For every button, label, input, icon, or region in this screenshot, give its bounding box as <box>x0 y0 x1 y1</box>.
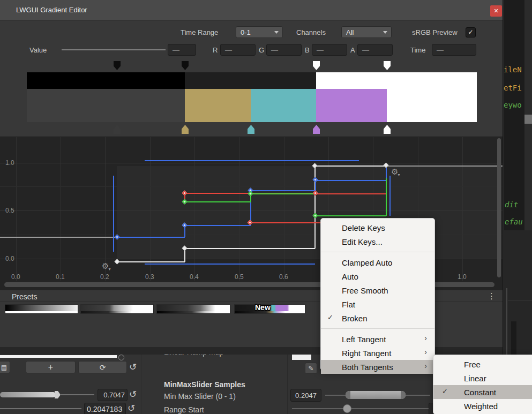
minmax-slider-label: Min Max Slider (0 - 1) <box>164 392 236 401</box>
menu-item-both-tangents[interactable]: Both Tangents› <box>321 360 434 374</box>
gear-icon[interactable]: ⚙▾ <box>391 167 400 177</box>
gradient-color-segment[interactable] <box>27 89 185 122</box>
code-text: dit <box>505 200 518 209</box>
column-divider <box>141 355 141 414</box>
menu-item-flat[interactable]: Flat <box>321 297 434 311</box>
left-slider-handle[interactable] <box>55 391 61 398</box>
x-axis-tick-label: 0.6 <box>279 273 288 281</box>
time-range-dropdown[interactable]: 0-1 <box>236 26 283 38</box>
gradient-color-segment[interactable] <box>316 89 387 122</box>
gradient-color-row[interactable] <box>0 89 503 122</box>
menu-item-edit-keys-[interactable]: Edit Keys... <box>321 235 434 249</box>
color-key-marker[interactable] <box>384 125 391 134</box>
curve-segment <box>145 160 359 161</box>
color-picker-icon[interactable] <box>118 355 124 360</box>
time-range-value: 0-1 <box>241 28 251 36</box>
menu-item-label: Delete Keys <box>342 223 385 232</box>
left-slider-fill[interactable] <box>0 392 56 397</box>
preset-swatch[interactable] <box>80 304 154 314</box>
alpha-key-marker[interactable] <box>384 61 391 70</box>
menu-item-label: Auto <box>342 272 358 281</box>
left-slider-track[interactable] <box>61 394 94 395</box>
minmax-slider-range[interactable] <box>346 391 406 399</box>
color-key-marker[interactable] <box>114 125 121 134</box>
menu-item-delete-keys[interactable]: Delete Keys <box>321 221 434 235</box>
undo-icon[interactable]: ↺ <box>129 389 137 400</box>
gradient-editor-window: LWGUI Gradient Editor ✕ Time Range 0-1 C… <box>0 0 532 414</box>
preset-swatch-bottom <box>5 311 78 313</box>
alpha-key-marker[interactable] <box>182 61 189 70</box>
menu-item-auto[interactable]: Auto <box>321 269 434 283</box>
undo-icon[interactable]: ↺ <box>129 362 137 373</box>
refresh-button[interactable]: ⟳ <box>78 361 127 373</box>
slider1-value-field[interactable]: 0.7047 <box>98 389 128 401</box>
time-field[interactable]: — <box>432 44 476 56</box>
submenu-item-label: Weighted <box>464 402 498 411</box>
x-axis-tick-label: 0.4 <box>190 273 199 281</box>
gradient-preview-bar <box>0 355 117 358</box>
color-key-marker[interactable] <box>182 125 189 134</box>
menu-item-label: Free Smooth <box>342 286 388 295</box>
gradient-color-segment[interactable] <box>185 89 251 122</box>
a-field[interactable]: — <box>357 44 393 56</box>
menu-item-left-tangent[interactable]: Left Tangent› <box>321 332 434 346</box>
preset-swatch[interactable] <box>156 304 230 314</box>
kebab-menu-icon[interactable]: ⋮ <box>488 291 496 301</box>
close-icon: ✕ <box>493 7 498 14</box>
gradient-alpha-segment[interactable] <box>185 72 316 89</box>
preset-swatch[interactable] <box>5 304 78 314</box>
gear-icon[interactable]: ⚙▾ <box>102 261 111 271</box>
menu-item-label: Edit Keys... <box>342 237 383 246</box>
edit-ramp-button[interactable]: ✎ <box>305 363 317 374</box>
submenu-item-linear[interactable]: Linear <box>433 371 532 385</box>
g-field[interactable]: — <box>266 44 302 56</box>
value-field[interactable]: — <box>168 44 196 56</box>
menu-item-clamped-auto[interactable]: Clamped Auto <box>321 255 434 269</box>
gradient-alpha-segment[interactable] <box>27 72 185 89</box>
channels-dropdown[interactable]: All <box>341 26 392 38</box>
preset-swatch[interactable]: New <box>234 304 305 314</box>
left-slider2-track[interactable] <box>0 408 81 409</box>
save-preset-button[interactable]: ▤ <box>0 361 10 373</box>
slider2-value-field[interactable]: 0.2047183 <box>84 403 126 414</box>
color-key-marker[interactable] <box>248 125 254 134</box>
check-icon: ✓ <box>327 313 333 321</box>
close-button[interactable]: ✕ <box>490 5 502 17</box>
range-start-track[interactable] <box>292 408 430 409</box>
title-bar: LWGUI Gradient Editor ✕ <box>0 0 503 21</box>
menu-item-free-smooth[interactable]: Free Smooth <box>321 283 434 297</box>
curve-segment <box>316 215 386 216</box>
submenu-item-label: Free <box>464 360 481 369</box>
add-button[interactable]: + <box>26 361 76 373</box>
alpha-key-marker[interactable] <box>313 61 320 70</box>
y-axis-tick-label: 0.5 <box>5 207 14 214</box>
srgb-preview-checkbox[interactable]: ✓ <box>466 27 476 37</box>
gradient-alpha-segment[interactable] <box>316 72 477 89</box>
submenu-item-free[interactable]: Free <box>433 357 532 371</box>
code-text: efau <box>505 217 523 226</box>
color-key-marker[interactable] <box>313 125 320 134</box>
submenu-item-weighted[interactable]: Weighted <box>433 399 532 413</box>
time-label: Time <box>410 46 425 54</box>
curve-vertical-scrollbar[interactable] <box>497 138 501 277</box>
menu-item-right-tangent[interactable]: Right Tangent› <box>321 346 434 360</box>
b-field[interactable]: — <box>312 44 347 56</box>
menu-item-broken[interactable]: ✓Broken <box>321 311 434 325</box>
submenu-item-constant[interactable]: ✓Constant <box>433 385 532 399</box>
range-start-handle[interactable] <box>343 404 351 413</box>
new-preset-button[interactable]: New <box>255 303 271 312</box>
minmax-slider-min-handle[interactable] <box>346 391 350 399</box>
curve-segment <box>389 176 391 216</box>
r-field[interactable]: — <box>220 44 256 56</box>
minmax-slider-max-handle[interactable] <box>401 391 406 399</box>
scrollbar-thumb[interactable] <box>524 115 532 124</box>
a-field-text: — <box>362 46 369 54</box>
undo-icon[interactable]: ↺ <box>128 403 135 414</box>
alpha-key-marker[interactable] <box>114 61 121 70</box>
gradient-color-segment[interactable] <box>251 89 316 122</box>
value-label: Value <box>29 46 47 54</box>
minmax-value-field[interactable]: 0.2047 <box>290 389 321 402</box>
gradient-color-segment[interactable] <box>387 89 477 122</box>
gradient-alpha-row[interactable] <box>0 72 503 89</box>
value-slider[interactable] <box>62 49 166 50</box>
